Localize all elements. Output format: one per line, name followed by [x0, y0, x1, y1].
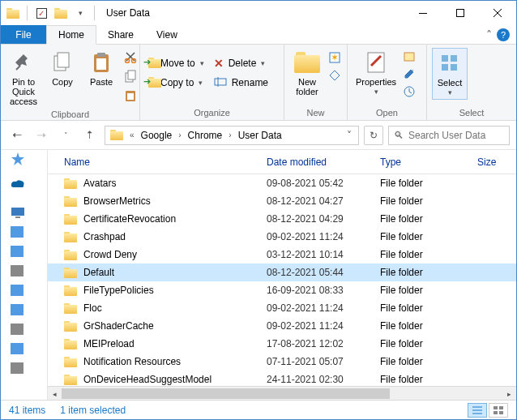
new-folder-button[interactable]: New folder: [289, 48, 325, 98]
item-type: File folder: [372, 195, 469, 207]
crumb-userdata[interactable]: User Data: [235, 126, 285, 144]
paste-button[interactable]: Paste: [83, 48, 119, 88]
table-row[interactable]: Crashpad09-02-2021 11:24File folder: [48, 228, 516, 246]
address-dropdown-icon[interactable]: ˅: [342, 130, 357, 141]
horizontal-scrollbar[interactable]: ◂ ▸: [48, 386, 516, 400]
folder-icon: [64, 357, 77, 367]
svg-rect-30: [11, 246, 24, 257]
address-bar[interactable]: « Google › Chrome › User Data ˅: [105, 126, 359, 145]
thumbnails-view-button[interactable]: [489, 403, 508, 418]
ribbon-collapse-icon[interactable]: ˄: [486, 28, 492, 41]
tab-home[interactable]: Home: [46, 25, 96, 45]
column-name[interactable]: Name: [48, 150, 258, 174]
table-row[interactable]: Avatars09-08-2021 05:42File folder: [48, 174, 516, 192]
open-icon[interactable]: [403, 49, 419, 66]
tab-view[interactable]: View: [145, 25, 189, 44]
rename-button[interactable]: Rename: [211, 74, 271, 92]
tree-item-icon[interactable]: [11, 226, 25, 241]
item-date: 09-02-2021 11:24: [258, 231, 372, 242]
folder-icon: [64, 196, 77, 207]
status-item-count: 41 items: [9, 405, 45, 416]
item-type: File folder: [372, 213, 469, 225]
history-icon[interactable]: [403, 85, 419, 101]
forward-button[interactable]: 🠒: [32, 126, 51, 145]
table-row[interactable]: MEIPreload17-08-2021 12:02File folder: [48, 335, 516, 353]
table-row[interactable]: BrowserMetrics08-12-2021 04:27File folde…: [48, 192, 516, 210]
file-list[interactable]: Avatars09-08-2021 05:42File folderBrowse…: [48, 174, 516, 386]
item-type: File folder: [372, 249, 469, 260]
tree-item-icon[interactable]: [11, 324, 25, 338]
table-row[interactable]: Floc09-02-2021 11:24File folder: [48, 299, 516, 317]
onedrive-icon[interactable]: [11, 179, 25, 194]
folder-icon: [64, 375, 77, 385]
crumb-google[interactable]: Google: [138, 126, 176, 144]
table-row[interactable]: CertificateRevocation08-12-2021 04:29Fil…: [48, 210, 516, 228]
item-type: File folder: [372, 374, 469, 385]
tree-item-icon[interactable]: [11, 265, 25, 280]
navigation-pane[interactable]: [1, 150, 48, 400]
cut-icon[interactable]: [124, 48, 137, 66]
table-row[interactable]: Default08-12-2021 05:44File folder: [48, 264, 516, 281]
column-size[interactable]: Size: [469, 150, 516, 174]
tree-item-icon[interactable]: [11, 362, 25, 377]
copy-path-icon[interactable]: [124, 67, 137, 85]
column-date[interactable]: Date modified: [258, 150, 372, 174]
search-box[interactable]: 🔍︎: [388, 126, 510, 145]
pin-to-quick-access-button[interactable]: Pin to Quick access: [6, 48, 41, 108]
recent-locations-button[interactable]: ˅: [56, 126, 75, 145]
chevron-right-icon[interactable]: ›: [225, 131, 234, 139]
svg-rect-0: [419, 13, 427, 14]
close-button[interactable]: [479, 1, 516, 25]
search-input[interactable]: [408, 130, 517, 141]
table-row[interactable]: Crowd Deny03-12-2021 10:14File folder: [48, 246, 516, 264]
item-type: File folder: [372, 267, 469, 278]
svg-rect-36: [11, 362, 24, 374]
paste-shortcut-icon[interactable]: [124, 87, 137, 105]
table-row[interactable]: GrShaderCache09-02-2021 11:24File folder: [48, 317, 516, 335]
select-button[interactable]: Select ▾: [432, 48, 468, 100]
copy-to-button[interactable]: ➔ Copy to▾: [145, 74, 207, 92]
svg-rect-29: [11, 226, 24, 238]
this-pc-icon[interactable]: [11, 207, 25, 221]
tree-item-icon[interactable]: [11, 343, 25, 358]
delete-button[interactable]: ✕ Delete▾: [211, 54, 271, 72]
new-item-icon[interactable]: ✶: [328, 49, 344, 66]
chevron-right-icon[interactable]: «: [126, 131, 138, 139]
svg-rect-23: [442, 55, 448, 62]
table-row[interactable]: FileTypePolicies16-09-2021 08:33File fol…: [48, 281, 516, 299]
quick-access-icon[interactable]: [11, 152, 25, 166]
copy-button[interactable]: Copy: [45, 48, 80, 88]
table-row[interactable]: OnDeviceHeadSuggestModel24-11-2021 02:30…: [48, 371, 516, 386]
item-date: 17-08-2021 12:02: [258, 338, 372, 349]
scroll-right-icon[interactable]: ▸: [502, 387, 516, 400]
refresh-button[interactable]: ↻: [364, 126, 383, 145]
chevron-right-icon[interactable]: ›: [175, 131, 184, 139]
column-type[interactable]: Type: [372, 150, 469, 174]
crumb-chrome[interactable]: Chrome: [185, 126, 226, 144]
item-date: 08-12-2021 05:44: [258, 267, 372, 278]
properties-button[interactable]: Properties ▾: [352, 48, 400, 98]
qat-properties-icon[interactable]: ✓: [32, 4, 50, 22]
status-bar: 41 items 1 item selected: [1, 400, 516, 419]
tree-item-icon[interactable]: [11, 246, 25, 260]
qat-dropdown-icon[interactable]: ▾: [71, 4, 89, 22]
details-view-button[interactable]: [468, 403, 487, 418]
item-type: File folder: [372, 320, 469, 332]
back-button[interactable]: 🠐: [7, 126, 27, 145]
tab-share[interactable]: Share: [96, 25, 145, 44]
maximize-button[interactable]: [442, 1, 479, 25]
move-to-button[interactable]: ➔ Move to▾: [145, 54, 207, 72]
tab-file[interactable]: File: [1, 25, 46, 44]
tree-item-icon[interactable]: [11, 285, 25, 299]
edit-icon[interactable]: [403, 67, 419, 84]
scroll-thumb[interactable]: [62, 388, 390, 399]
easy-access-icon[interactable]: [328, 67, 344, 84]
help-icon[interactable]: ?: [497, 28, 510, 41]
tree-item-icon[interactable]: [11, 304, 25, 319]
move-to-icon: ➔: [148, 58, 156, 69]
table-row[interactable]: Notification Resources07-11-2021 05:07Fi…: [48, 353, 516, 371]
up-button[interactable]: 🠑: [80, 126, 100, 145]
scroll-left-icon[interactable]: ◂: [48, 387, 62, 400]
paste-icon: [88, 49, 114, 75]
minimize-button[interactable]: [404, 1, 442, 25]
